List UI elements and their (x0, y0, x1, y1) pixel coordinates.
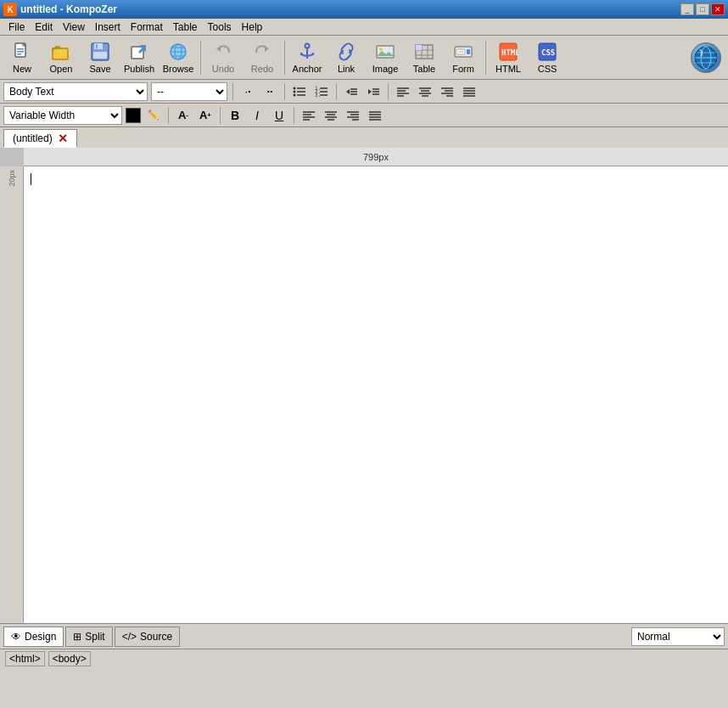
menu-insert[interactable]: Insert (90, 20, 126, 35)
editor-ruler: 799px (24, 148, 728, 166)
open-icon (51, 42, 71, 62)
tab-design[interactable]: 👁 Design (3, 627, 64, 647)
editor-sidebar: 20px (0, 166, 24, 623)
text-align-center-btn[interactable] (322, 106, 340, 125)
form-button[interactable]: Form (445, 38, 482, 77)
open-label: Open (50, 64, 73, 74)
image-button[interactable]: Image (367, 38, 404, 77)
underline-button[interactable]: U (270, 106, 288, 125)
text-align-justify-btn[interactable] (366, 106, 384, 125)
link-icon (336, 42, 356, 62)
design-icon: 👁 (11, 631, 21, 643)
html-tag[interactable]: <html> (5, 651, 45, 666)
css-label: CSS (538, 64, 557, 74)
split-label: Split (85, 631, 104, 643)
align-justify-btn[interactable] (460, 82, 479, 101)
text-color-swatch[interactable] (126, 108, 141, 123)
body-tag[interactable]: <body> (48, 651, 91, 666)
undo-label: Undo (212, 64, 234, 74)
svg-rect-8 (96, 44, 98, 48)
tab-untitled-label: (untitled) (13, 132, 53, 144)
style-select[interactable]: -- None (151, 82, 227, 101)
tab-split[interactable]: ⊞ Split (65, 627, 112, 647)
save-label: Save (89, 64, 110, 74)
align-center-btn[interactable] (416, 82, 434, 101)
open-button[interactable]: Open (42, 38, 80, 77)
title-bar-controls[interactable]: _ □ ✕ (680, 3, 725, 15)
browse-button[interactable]: Browse (160, 38, 197, 77)
svg-rect-7 (94, 43, 103, 49)
css-button[interactable]: CSS CSS (529, 38, 566, 77)
menu-format[interactable]: Format (126, 20, 168, 35)
menu-edit[interactable]: Edit (30, 20, 58, 35)
menu-bar: File Edit View Insert Format Table Tools… (0, 19, 728, 36)
design-label: Design (25, 631, 56, 643)
menu-tools[interactable]: Tools (203, 20, 237, 35)
outdent-button[interactable] (342, 82, 361, 101)
align-left-btn[interactable] (394, 82, 412, 101)
highlight-button[interactable]: ✏️ (144, 106, 163, 125)
tb2-sep2 (284, 83, 285, 100)
font-smaller-button[interactable]: A- (174, 106, 193, 125)
anchor-icon (297, 42, 317, 62)
menu-table[interactable]: Table (168, 20, 203, 35)
font-larger-button[interactable]: A+ (196, 106, 215, 125)
menu-file[interactable]: File (3, 20, 30, 35)
text-align-right-btn[interactable] (344, 106, 362, 125)
unordered-list-button[interactable] (290, 82, 309, 101)
redo-icon (252, 42, 272, 62)
bottom-bar: 👁 Design ⊞ Split </> Source Normal 50% 7… (0, 623, 728, 649)
save-button[interactable]: Save (81, 38, 119, 77)
em-button[interactable]: ·· (238, 82, 257, 101)
tab-close-button[interactable]: ✕ (58, 132, 68, 145)
zoom-select[interactable]: Normal 50% 75% 100% 125% (631, 627, 725, 646)
html-icon: HTML (498, 42, 518, 62)
globe-icon (691, 42, 721, 73)
bold-button[interactable]: B (226, 106, 244, 125)
svg-point-49 (294, 93, 296, 96)
html-label: HTML (496, 64, 521, 74)
svg-point-19 (305, 43, 310, 48)
editor-container: 799px 20px (0, 148, 728, 623)
text-cursor (31, 173, 31, 185)
close-button[interactable]: ✕ (711, 3, 725, 15)
publish-button[interactable]: Publish (120, 38, 158, 77)
image-icon (375, 42, 395, 62)
tab-untitled[interactable]: (untitled) ✕ (3, 129, 77, 148)
bottom-tabs: 👁 Design ⊞ Split </> Source (3, 627, 180, 647)
tab-source[interactable]: </> Source (115, 627, 180, 647)
new-icon (12, 42, 32, 62)
anchor-button[interactable]: Anchor (288, 38, 326, 77)
svg-text:HTML: HTML (501, 48, 518, 57)
undo-button[interactable]: Undo (204, 38, 242, 77)
source-label: Source (140, 631, 172, 643)
paragraph-format-select[interactable]: Body Text Heading 1 Heading 2 Paragraph (3, 82, 148, 101)
editor-content[interactable] (24, 166, 728, 623)
ruler-text: 799px (363, 152, 389, 162)
svg-marker-18 (265, 47, 269, 52)
menu-help[interactable]: Help (237, 20, 268, 35)
sidebar-label: 20px (8, 170, 16, 187)
new-button[interactable]: New (3, 38, 41, 77)
svg-rect-2 (17, 48, 24, 50)
minimize-button[interactable]: _ (680, 3, 694, 15)
ordered-list-button[interactable]: 1. 2. 3. (312, 82, 331, 101)
svg-marker-17 (216, 47, 221, 52)
redo-button[interactable]: Redo (244, 38, 281, 77)
text-align-left-btn[interactable] (300, 106, 318, 125)
maximize-button[interactable]: □ (696, 3, 709, 15)
sep2 (284, 41, 285, 75)
svg-rect-31 (416, 45, 422, 50)
align-right-btn[interactable] (438, 82, 456, 101)
link-button[interactable]: Link (328, 38, 365, 77)
table-button[interactable]: Table (406, 38, 443, 77)
font-family-select[interactable]: Variable Width Fixed Width Helvetica (3, 106, 122, 125)
menu-view[interactable]: View (58, 20, 90, 35)
indent-button[interactable] (364, 82, 383, 101)
app-icon: K (3, 3, 17, 16)
tb3-sep2 (220, 107, 221, 124)
italic-button[interactable]: I (248, 106, 266, 125)
html-button[interactable]: HTML HTML (490, 38, 527, 77)
strong-button[interactable]: ·· (260, 82, 279, 101)
link-label: Link (338, 64, 355, 74)
